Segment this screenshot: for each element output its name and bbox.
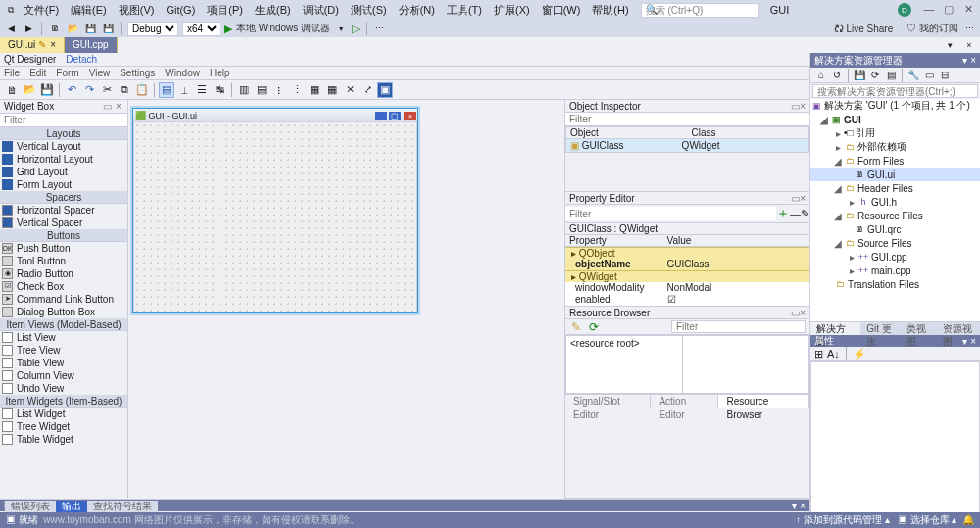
qt-menu-edit[interactable]: Edit bbox=[29, 68, 46, 78]
nav-back-icon[interactable]: ◀ bbox=[4, 22, 18, 35]
qt-tab-edit-icon[interactable]: ↹ bbox=[212, 82, 227, 98]
maximize-icon[interactable]: ▢ bbox=[941, 3, 956, 17]
tab-class-view[interactable]: 类视图 bbox=[901, 322, 936, 335]
pe-section-qwidget[interactable]: ▸ QWidget bbox=[565, 270, 809, 282]
pe-section-qobject[interactable]: ▸ QObject bbox=[565, 247, 809, 259]
tab-error-list[interactable]: 错误列表 bbox=[5, 501, 56, 512]
form-min-icon[interactable]: _ bbox=[375, 112, 387, 120]
qt-widget-edit-icon[interactable]: ▤ bbox=[159, 82, 174, 98]
prop-pin-icon[interactable]: ▾ bbox=[962, 336, 967, 347]
solution-tree[interactable]: ▣解决方案 'GUI' (1 个项目, 共 1 个) ◢▣GUI ▸•□ 引用 … bbox=[810, 99, 980, 321]
form-max-icon[interactable]: ▢ bbox=[389, 112, 401, 120]
tree-form-files[interactable]: ◢🗀Form Files bbox=[810, 154, 980, 168]
form-body[interactable] bbox=[133, 121, 417, 312]
qt-buddy-edit-icon[interactable]: ☰ bbox=[194, 82, 210, 98]
qt-break-lay-icon[interactable]: ⨯ bbox=[342, 82, 358, 98]
status-add-source[interactable]: ↑ 添加到源代码管理 ▴ bbox=[796, 514, 890, 525]
group-item-widgets[interactable]: Item Widgets (Item-Based) bbox=[0, 395, 127, 408]
item-vspacer[interactable]: Vertical Spacer bbox=[0, 216, 127, 229]
qt-menu-help[interactable]: Help bbox=[210, 68, 230, 78]
out-close-icon[interactable]: × bbox=[800, 501, 806, 511]
qt-redo-icon[interactable]: ↷ bbox=[81, 82, 97, 98]
se-showall-icon[interactable]: ▤ bbox=[884, 69, 898, 82]
menu-ext[interactable]: 扩展(X) bbox=[488, 1, 536, 20]
item-tree-widget[interactable]: Tree Widget bbox=[0, 420, 127, 433]
nav-fwd-icon[interactable]: ▶ bbox=[22, 22, 35, 35]
tree-gui-ui[interactable]: 🗎GUI.ui bbox=[810, 168, 980, 181]
qt-menu-view[interactable]: View bbox=[89, 68, 111, 78]
open-icon[interactable]: 📂 bbox=[66, 22, 79, 35]
rb-edit-icon[interactable]: ✎ bbox=[569, 320, 583, 334]
item-undo-view[interactable]: Undo View bbox=[0, 382, 127, 395]
config-dropdown[interactable]: Debug bbox=[127, 22, 178, 36]
se-collapse-icon[interactable]: ⊟ bbox=[938, 69, 952, 82]
qt-undo-icon[interactable]: ↶ bbox=[64, 82, 79, 98]
item-list-view[interactable]: List View bbox=[0, 331, 127, 344]
tree-source-files[interactable]: ◢🗀Source Files bbox=[810, 236, 980, 250]
my-subscriptions[interactable]: ♡ 我的订阅 bbox=[906, 22, 958, 35]
form-window[interactable]: 🟩 GUI - GUI.ui _ ▢ × bbox=[132, 108, 418, 313]
panel-close-icon[interactable]: × bbox=[114, 101, 123, 112]
tree-header-files[interactable]: ◢🗀Header Files bbox=[810, 181, 980, 195]
se-sync-icon[interactable]: ↺ bbox=[830, 69, 844, 82]
item-table-view[interactable]: Table View bbox=[0, 357, 127, 369]
tb-misc-icon[interactable]: ⋯ bbox=[372, 22, 386, 35]
qt-preview-icon[interactable]: ▣ bbox=[377, 82, 393, 98]
live-share[interactable]: 🗘 Live Share bbox=[834, 24, 894, 34]
se-properties-icon[interactable]: 🔧 bbox=[906, 69, 920, 82]
save-all-icon[interactable]: 💾 bbox=[101, 22, 115, 35]
item-horizontal-layout[interactable]: Horizontal Layout bbox=[0, 153, 127, 166]
tree-gui-qrc[interactable]: 🗎GUI.qrc bbox=[810, 222, 980, 236]
qt-lay-grid-icon[interactable]: ▦ bbox=[307, 82, 322, 98]
designer-canvas[interactable]: 🟩 GUI - GUI.ui _ ▢ × bbox=[128, 100, 564, 499]
status-bell-icon[interactable]: 🔔 bbox=[962, 514, 974, 525]
tab-find-symbols[interactable]: 查找符号结果 bbox=[87, 501, 158, 512]
item-table-widget[interactable]: Table Widget bbox=[0, 433, 127, 446]
oi-row-guiclass[interactable]: ▣ GUIClass QWidget bbox=[566, 139, 808, 152]
menu-tools[interactable]: 工具(T) bbox=[441, 1, 488, 20]
solution-search[interactable] bbox=[812, 84, 978, 98]
menu-test[interactable]: 测试(S) bbox=[345, 1, 393, 20]
tab-resource-browser[interactable]: Resource Browser bbox=[718, 395, 809, 408]
doc-close-all-icon[interactable]: × bbox=[962, 38, 976, 52]
se-home-icon[interactable]: ⌂ bbox=[814, 69, 828, 82]
oi-float-icon[interactable]: ▭ bbox=[791, 101, 800, 112]
global-search[interactable]: 搜索 (Ctrl+Q) 🔍 bbox=[641, 3, 759, 18]
panel-float-icon[interactable]: ▭ bbox=[102, 101, 112, 112]
settings-icon[interactable]: ⋯ bbox=[962, 22, 976, 35]
status-select-repo[interactable]: ▣ 选择仓库 ▴ bbox=[898, 514, 957, 525]
tab-signal-slot[interactable]: Signal/Slot Editor bbox=[565, 395, 651, 408]
tree-external[interactable]: ▸🗀外部依赖项 bbox=[810, 140, 980, 154]
qt-lay-vsplit-icon[interactable]: ⋮ bbox=[289, 82, 305, 98]
item-command-link[interactable]: ➤Command Link Button bbox=[0, 293, 127, 306]
pe-minus-icon[interactable]: — bbox=[790, 208, 801, 219]
tree-project-gui[interactable]: ◢▣GUI bbox=[810, 113, 980, 126]
debug-target[interactable]: 本地 Windows 调试器 bbox=[236, 22, 330, 35]
item-check-box[interactable]: ☑Check Box bbox=[0, 280, 127, 293]
pe-filter[interactable] bbox=[565, 207, 776, 220]
widget-box-list[interactable]: Layouts Vertical Layout Horizontal Layou… bbox=[0, 127, 127, 499]
tab-output[interactable]: 输出 bbox=[56, 501, 87, 512]
minimize-icon[interactable]: — bbox=[921, 3, 937, 17]
qt-menu-form[interactable]: Form bbox=[56, 68, 78, 78]
qt-open-icon[interactable]: 📂 bbox=[22, 82, 37, 98]
group-buttons[interactable]: Buttons bbox=[0, 229, 127, 242]
rb-close-icon[interactable]: × bbox=[800, 308, 806, 318]
qt-lay-form-icon[interactable]: ▦ bbox=[324, 82, 340, 98]
rb-filter[interactable] bbox=[671, 320, 806, 333]
item-dialog-buttonbox[interactable]: Dialog Button Box bbox=[0, 306, 127, 318]
qt-cut-icon[interactable]: ✂ bbox=[99, 82, 115, 98]
tab-action-editor[interactable]: Action Editor bbox=[651, 395, 718, 408]
group-spacers[interactable]: Spacers bbox=[0, 191, 127, 204]
tree-translation-files[interactable]: 🗀Translation Files bbox=[810, 277, 980, 291]
qt-menu-window[interactable]: Window bbox=[165, 68, 200, 78]
new-project-icon[interactable]: 🗎 bbox=[48, 22, 62, 35]
qt-adjust-icon[interactable]: ⤢ bbox=[360, 82, 375, 98]
item-column-view[interactable]: Column View bbox=[0, 369, 127, 382]
tree-gui-cpp[interactable]: ▸++GUI.cpp bbox=[810, 250, 980, 264]
tree-gui-h[interactable]: ▸hGUI.h bbox=[810, 195, 980, 209]
rb-view[interactable] bbox=[683, 335, 809, 394]
prop-cat-icon[interactable]: ⊞ bbox=[814, 348, 823, 360]
item-form-layout[interactable]: Form Layout bbox=[0, 178, 127, 191]
qt-detach-link[interactable]: Detach bbox=[66, 54, 97, 65]
